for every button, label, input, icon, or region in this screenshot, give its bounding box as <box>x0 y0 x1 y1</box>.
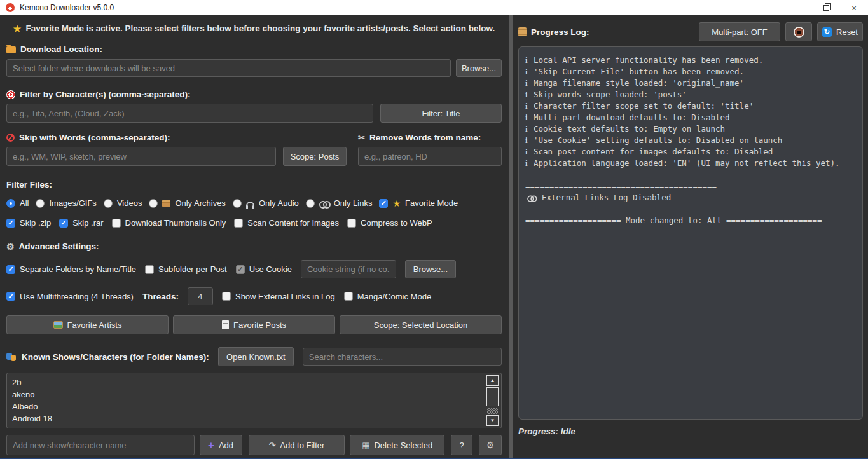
settings-pane: ★ Favorite Mode is active. Please select… <box>0 15 508 458</box>
scrollbar-thumb[interactable] <box>486 387 499 406</box>
log-line: External Links Log Disabled <box>525 192 856 203</box>
log-separator: ======================================== <box>525 181 856 192</box>
theater-masks-icon <box>6 353 17 361</box>
search-characters-input[interactable] <box>303 348 502 366</box>
download-location-input[interactable] <box>6 59 451 77</box>
log-line: i'Skip Current File' button has been rem… <box>525 66 856 78</box>
threads-input[interactable] <box>188 287 213 305</box>
list-item[interactable]: akeno <box>12 388 501 401</box>
favorite-artists-button[interactable]: Favorite Artists <box>6 315 169 334</box>
checkbox-separate-folders[interactable]: ✓ Separate Folders by Name/Title <box>6 264 136 274</box>
checkbox-multithreading[interactable]: ✓ Use Multithreading (4 Threads) <box>6 292 134 301</box>
window-title: Kemono Downloader v5.0.0 <box>20 3 114 12</box>
reset-icon: ↻ <box>822 27 832 37</box>
close-button[interactable]: × <box>840 0 868 15</box>
add-to-filter-button[interactable]: ↷ Add to Filter <box>249 435 345 455</box>
scroll-up-icon: ▲ <box>490 378 495 383</box>
checkbox-icon: ✓ <box>236 265 245 274</box>
radio-only-archives[interactable]: Only Archives <box>149 198 225 208</box>
info-icon: i <box>525 135 530 146</box>
checkbox-skip-zip[interactable]: ✓ Skip .zip <box>6 218 51 228</box>
skip-words-input[interactable] <box>6 147 276 166</box>
known-characters-label: Known Shows/Characters (for Folder Names… <box>6 352 209 362</box>
list-item[interactable]: 2b <box>12 376 501 388</box>
settings-button[interactable]: ⚙ <box>479 435 502 455</box>
log-line: iSkip words scope loaded: 'posts' <box>525 89 856 100</box>
list-item[interactable]: Android 21 <box>12 425 501 428</box>
progress-status: Progress: Idle <box>518 427 863 436</box>
radio-icon <box>6 199 15 208</box>
log-separator: ======================================== <box>525 203 856 215</box>
eye-icon <box>794 27 804 38</box>
eye-button[interactable] <box>785 22 812 41</box>
info-icon: i <box>525 55 530 66</box>
favorite-posts-button[interactable]: Favorite Posts <box>173 315 335 334</box>
scroll-down-button[interactable]: ▼ <box>486 415 499 426</box>
log-line: iMulti-part download defaults to: Disabl… <box>525 112 856 123</box>
checkbox-icon: ✓ <box>6 292 15 301</box>
pane-splitter[interactable] <box>509 15 513 458</box>
open-known-txt-button[interactable]: Open Known.txt <box>218 347 294 366</box>
log-line: iCookie text defaults to: Empty on launc… <box>525 123 856 135</box>
browse-cookie-button[interactable]: Browse... <box>405 260 456 278</box>
log-line: iCharacter filter scope set to default: … <box>525 100 856 112</box>
cookie-string-input[interactable] <box>301 260 396 278</box>
character-filter-input[interactable] <box>6 104 373 123</box>
checkbox-show-external-links[interactable]: ✓ Show External Links in Log <box>222 292 335 301</box>
check-icon: ✓ <box>381 200 387 207</box>
radio-all[interactable]: All <box>6 198 29 208</box>
checkbox-subfolder-per-post[interactable]: ✓ Subfolder per Post <box>145 264 227 274</box>
checkbox-scan-content[interactable]: ✓ Scan Content for Images <box>234 218 339 228</box>
add-button[interactable]: + Add <box>200 435 242 455</box>
help-button[interactable]: ? <box>451 435 472 455</box>
skip-words-label: Skip with Words (comma-separated): <box>6 133 276 142</box>
checkbox-icon: ✓ <box>112 219 121 228</box>
scope-location-button[interactable]: Scope: Selected Location <box>340 315 502 334</box>
radio-icon <box>36 199 45 208</box>
radio-videos[interactable]: Videos <box>104 198 142 208</box>
trash-icon: ▦ <box>362 441 369 449</box>
list-item[interactable]: Albedo <box>12 401 501 413</box>
info-icon: i <box>525 123 530 135</box>
skip-scope-button[interactable]: Scope: Posts <box>283 147 347 166</box>
target-icon <box>6 90 15 99</box>
checkbox-icon: ✓ <box>347 219 356 228</box>
known-characters-list[interactable]: 2b akeno Albedo Android 18 Android 21 ▲ … <box>6 373 502 428</box>
reset-button[interactable]: ↻ Reset <box>817 22 863 41</box>
log-line <box>525 169 856 181</box>
info-icon: i <box>525 78 530 89</box>
radio-only-audio[interactable]: Only Audio <box>233 198 299 208</box>
list-scrollbar[interactable]: ▲ ▼ <box>486 375 499 426</box>
scroll-up-button[interactable]: ▲ <box>486 375 499 386</box>
scroll-icon <box>518 27 527 36</box>
advanced-settings-label: ⚙ Advanced Settings: <box>6 242 502 251</box>
scrollbar-track[interactable] <box>487 408 498 414</box>
remove-words-input[interactable] <box>358 147 502 166</box>
radio-only-links[interactable]: Only Links <box>306 198 373 208</box>
checkbox-favorite-mode[interactable]: ✓ ★ Favorite Mode <box>379 198 458 208</box>
picture-icon <box>53 321 63 329</box>
checkbox-manga-mode[interactable]: ✓ Manga/Comic Mode <box>344 292 431 301</box>
link-icon <box>319 200 329 207</box>
banner-text: Favorite Mode is active. Please select f… <box>25 24 495 33</box>
multipart-toggle-button[interactable]: Multi-part: OFF <box>699 22 780 41</box>
radio-icon <box>233 199 242 208</box>
add-character-input[interactable] <box>6 435 195 455</box>
info-icon: i <box>525 100 530 112</box>
checkbox-icon: ✓ <box>234 219 243 228</box>
checkbox-compress-webp[interactable]: ✓ Compress to WebP <box>347 218 432 228</box>
restore-button[interactable] <box>812 0 840 15</box>
filter-scope-button[interactable]: Filter: Title <box>380 104 502 123</box>
log-line: iScan post content for images defaults t… <box>525 146 856 158</box>
progress-log-output[interactable]: iLocal API server functionality has been… <box>518 46 863 420</box>
checkbox-skip-rar[interactable]: ✓ Skip .rar <box>59 218 103 228</box>
checkbox-thumbnails-only[interactable]: ✓ Download Thumbnails Only <box>112 218 226 228</box>
minimize-button[interactable] <box>784 0 812 15</box>
radio-icon <box>149 199 158 208</box>
checkbox-use-cookie[interactable]: ✓ Use Cookie <box>236 264 292 274</box>
radio-images-gifs[interactable]: Images/GIFs <box>36 198 96 208</box>
log-pane: Progress Log: Multi-part: OFF ↻ Reset iL… <box>513 15 868 458</box>
list-item[interactable]: Android 18 <box>12 413 501 425</box>
delete-selected-button[interactable]: ▦ Delete Selected <box>350 435 444 455</box>
browse-download-button[interactable]: Browse... <box>456 59 502 77</box>
